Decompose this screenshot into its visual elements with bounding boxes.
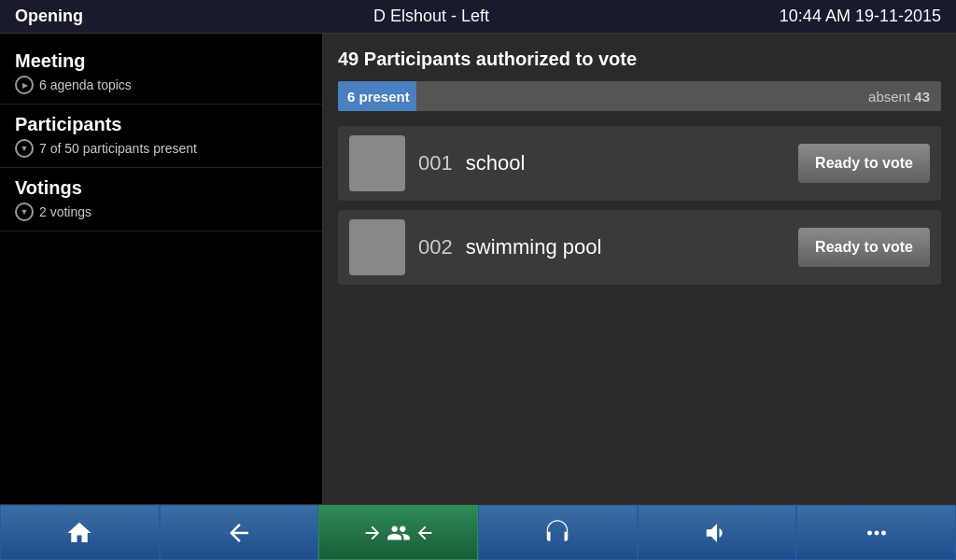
- sidebar-votings-title: Votings: [15, 177, 307, 199]
- speaker-button[interactable]: [638, 505, 797, 560]
- footer: [0, 504, 956, 560]
- ready-to-vote-button-2[interactable]: Ready to vote: [798, 228, 930, 267]
- sidebar-meeting-title: Meeting: [15, 50, 307, 72]
- back-icon: [225, 519, 253, 547]
- forward-icon: [362, 523, 383, 543]
- header-center: D Elshout - Left: [373, 7, 489, 26]
- present-bar: 6 present: [338, 81, 416, 111]
- voting-label-2: 002 swimming pool: [418, 235, 785, 259]
- voting-item-2: 002 swimming pool Ready to vote: [338, 210, 941, 285]
- sidebar-participants-subtitle: 7 of 50 participants present: [15, 139, 307, 158]
- voting-thumb-2: [349, 219, 405, 275]
- voting-label-1: 001 school: [418, 151, 785, 175]
- sidebar-meeting[interactable]: Meeting 6 agenda topics: [0, 41, 322, 105]
- sidebar-meeting-subtitle: 6 agenda topics: [15, 76, 307, 94]
- headset-button[interactable]: [478, 505, 638, 560]
- voting-thumb-1: [349, 135, 405, 191]
- sidebar-participants[interactable]: Participants 7 of 50 participants presen…: [0, 105, 322, 168]
- header-right: 10:44 AM 19-11-2015: [780, 7, 941, 26]
- home-button[interactable]: [0, 505, 160, 560]
- back-arrow-icon: [415, 523, 435, 543]
- sidebar-participants-title: Participants: [15, 114, 307, 135]
- sidebar-votings-subtitle: 2 votings: [15, 203, 307, 221]
- header-left: Opening: [15, 7, 83, 26]
- ready-to-vote-button-1[interactable]: Ready to vote: [798, 144, 930, 183]
- more-icon: [863, 519, 891, 547]
- meeting-icon-group: [362, 521, 435, 545]
- speaker-icon: [703, 519, 731, 547]
- play-icon: [15, 76, 34, 94]
- sidebar-votings[interactable]: Votings 2 votings: [0, 168, 322, 231]
- group-icon: [387, 521, 411, 545]
- content-heading: 49 Participants authorized to vote: [338, 49, 941, 70]
- headset-icon: [543, 519, 571, 547]
- meeting-button[interactable]: [318, 505, 478, 560]
- voting-items-container: 001 school Ready to vote 002 swimming po…: [338, 126, 941, 285]
- home-icon: [65, 519, 93, 547]
- dropdown-icon: [15, 139, 34, 158]
- more-button[interactable]: [796, 505, 956, 560]
- sidebar: Meeting 6 agenda topics Participants 7 o…: [0, 34, 323, 504]
- header: Opening D Elshout - Left 10:44 AM 19-11-…: [0, 0, 956, 34]
- progress-bar: 6 present absent 43: [338, 81, 941, 111]
- absent-bar: absent 43: [868, 89, 930, 105]
- dropdown-icon-2: [15, 203, 34, 221]
- main-layout: Meeting 6 agenda topics Participants 7 o…: [0, 34, 956, 504]
- content-area: 49 Participants authorized to vote 6 pre…: [323, 34, 956, 504]
- voting-item-1: 001 school Ready to vote: [338, 126, 941, 201]
- back-button[interactable]: [160, 505, 319, 560]
